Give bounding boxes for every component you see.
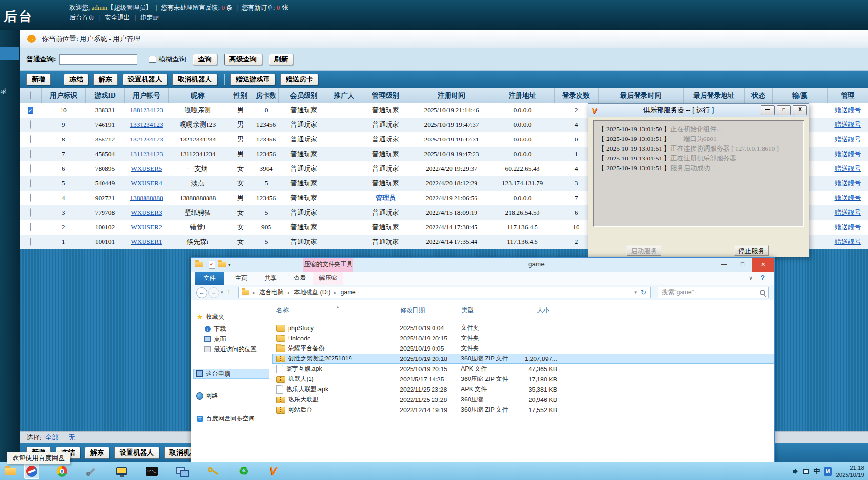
- explorer-titlebar[interactable]: ▾ 压缩的文件夹工具 game — □ ×: [191, 258, 774, 272]
- gift-account-link[interactable]: 赠送靓号: [835, 121, 861, 128]
- toolbar-button-赠送游戏币[interactable]: 赠送游戏币: [230, 74, 275, 85]
- dialog-minimize-button[interactable]: —: [761, 105, 775, 115]
- row-checkbox[interactable]: [30, 164, 31, 173]
- minimize-button[interactable]: —: [715, 258, 733, 272]
- gift-account-link[interactable]: 赠送靓号: [835, 180, 861, 187]
- toolbar-button-设置机器人[interactable]: 设置机器人: [114, 447, 159, 459]
- gift-account-link[interactable]: 赠送靓号: [835, 209, 861, 216]
- search-button-0[interactable]: 查询: [193, 54, 217, 65]
- row-checkbox[interactable]: [30, 150, 31, 158]
- row-checkbox[interactable]: ✓: [28, 107, 33, 114]
- tab-home[interactable]: 主页: [227, 272, 255, 285]
- tab-share[interactable]: 共享: [257, 272, 284, 285]
- select-none-link[interactable]: 无: [68, 433, 75, 442]
- user-account-link[interactable]: 1331234123: [130, 121, 163, 128]
- toolbar-button-新增[interactable]: 新增: [26, 74, 51, 85]
- user-account-link[interactable]: WXUSER3: [131, 209, 162, 216]
- network-icon[interactable]: [803, 469, 809, 474]
- file-row[interactable]: 网站后台2022/12/14 19:19360压缩 ZIP 文件17,552 K…: [272, 405, 774, 415]
- gift-account-link[interactable]: 赠送靓号: [835, 165, 861, 172]
- file-row[interactable]: 荣耀平台备份2025/10/19 0:05文件夹: [272, 343, 774, 354]
- chevron-down-icon[interactable]: ▾: [228, 262, 231, 267]
- taskbar-v5-server-icon[interactable]: V: [266, 464, 281, 479]
- file-row[interactable]: 熟乐大联盟2022/11/25 23:28360压缩20,946 KB: [272, 395, 774, 405]
- top-nav-link-0[interactable]: 后台首页: [69, 14, 95, 21]
- up-button[interactable]: ↑: [227, 288, 231, 295]
- toolbar-button-冻结[interactable]: 冻结: [64, 74, 88, 85]
- file-row[interactable]: 寰宇互娱.apk2025/10/19 20:15APK 文件47,365 KB: [272, 364, 774, 374]
- ime-indicator[interactable]: 中: [813, 467, 820, 476]
- user-account-link[interactable]: 1321234123: [130, 136, 163, 143]
- user-account-link[interactable]: WXUSER4: [131, 180, 162, 187]
- gift-account-link[interactable]: 赠送靓号: [835, 194, 861, 201]
- fuzzy-checkbox[interactable]: [149, 56, 156, 63]
- taskbar-chrome-icon[interactable]: [55, 464, 69, 479]
- row-checkbox[interactable]: [30, 194, 31, 202]
- maximize-button[interactable]: □: [733, 258, 752, 272]
- file-row[interactable]: phpStudy2025/10/19 0:04文件夹: [272, 323, 774, 333]
- dialog-titlebar[interactable]: V 俱乐部服务器 -- [ 运行 ] — □ X: [588, 104, 809, 117]
- taskbar-file-explorer-icon[interactable]: [3, 464, 18, 479]
- taskbar-key-icon[interactable]: [206, 464, 221, 479]
- close-button[interactable]: ×: [752, 258, 774, 272]
- column-name[interactable]: 名称: [272, 304, 396, 317]
- sidebar-item-下载[interactable]: ↓下载: [193, 324, 269, 334]
- taskbar-baidu-netdisk-icon[interactable]: [24, 464, 39, 479]
- toolbar-button-解东[interactable]: 解东: [93, 74, 118, 85]
- gift-account-link[interactable]: 赠送靓号: [835, 136, 861, 143]
- help-icon[interactable]: ?: [760, 274, 765, 281]
- search-input[interactable]: [59, 54, 137, 65]
- ribbon-expand-icon[interactable]: ∨: [749, 275, 753, 281]
- stop-service-button[interactable]: 停止服务: [734, 245, 769, 256]
- top-nav-link-1[interactable]: 安全退出: [105, 14, 130, 21]
- column-type[interactable]: 类型: [457, 304, 518, 317]
- sidebar-item-这台电脑[interactable]: 这台电脑: [193, 369, 269, 379]
- toolbar-button-设置机器人[interactable]: 设置机器人: [123, 74, 167, 85]
- sidebar-item-收藏夹[interactable]: ★收藏夹: [193, 312, 269, 321]
- sidebar-item-网络[interactable]: 网络: [193, 391, 269, 400]
- file-row[interactable]: Unicode2025/10/19 20:15文件夹: [272, 333, 774, 343]
- file-row[interactable]: 机器人(1)2021/5/17 14:25360压缩 ZIP 文件17,180 …: [272, 374, 774, 384]
- path-segment-1[interactable]: 本地磁盘 (D:): [294, 289, 330, 296]
- column-size[interactable]: 大小: [518, 304, 562, 317]
- properties-icon[interactable]: [209, 261, 215, 269]
- tab-file[interactable]: 文件: [195, 272, 224, 285]
- row-checkbox[interactable]: [30, 120, 31, 129]
- row-checkbox[interactable]: [30, 223, 31, 231]
- admin-level-link[interactable]: 管理员: [376, 194, 396, 201]
- select-all-link[interactable]: 全部: [45, 433, 59, 442]
- m-badge-icon[interactable]: M: [824, 467, 832, 476]
- toolbar-button-解东[interactable]: 解东: [85, 447, 109, 459]
- gift-account-link[interactable]: 赠送靓号: [835, 223, 861, 231]
- user-account-link[interactable]: WXUSER5: [131, 165, 162, 172]
- user-account-link[interactable]: WXUSER1: [131, 238, 162, 245]
- chevron-down-icon[interactable]: ▾: [634, 287, 637, 298]
- file-row[interactable]: 熟乐大联盟.apk2022/11/25 23:28APK 文件35,381 KB: [272, 384, 774, 395]
- gift-account-link[interactable]: 赠送靓号: [835, 150, 861, 158]
- select-all-checkbox[interactable]: [30, 91, 31, 100]
- sidebar-item-最近访问的位置[interactable]: 最近访问的位置: [193, 344, 269, 354]
- sidebar-item-桌面[interactable]: 桌面: [193, 334, 269, 344]
- volume-icon[interactable]: [793, 468, 799, 474]
- start-service-button[interactable]: 启动服务: [626, 245, 661, 256]
- gift-account-link[interactable]: 赠送靓号: [835, 238, 861, 245]
- tab-unzip[interactable]: 解压缩: [313, 272, 343, 285]
- user-account-link[interactable]: 1881234123: [130, 106, 163, 114]
- user-account-link[interactable]: WXUSER2: [131, 223, 162, 231]
- taskbar-tools-icon[interactable]: [84, 464, 99, 479]
- column-date[interactable]: 修改日期: [396, 304, 457, 317]
- row-checkbox[interactable]: [30, 208, 31, 217]
- dialog-close-button[interactable]: X: [793, 105, 807, 115]
- taskbar-recycle-icon[interactable]: ♻: [236, 464, 251, 479]
- row-checkbox[interactable]: [30, 179, 31, 187]
- gift-account-link[interactable]: 赠送靓号: [835, 106, 861, 114]
- clock[interactable]: 21:18 2025/10/19: [836, 464, 866, 478]
- row-checkbox[interactable]: [30, 238, 31, 246]
- top-nav-link-2[interactable]: 绑定IP: [140, 14, 159, 21]
- history-chevron-icon[interactable]: ▾: [221, 290, 223, 295]
- path-segment-0[interactable]: 这台电脑: [259, 289, 284, 296]
- toolbar-button-取消机器人[interactable]: 取消机器人: [172, 74, 217, 85]
- new-folder-icon[interactable]: [218, 262, 226, 267]
- sidebar-collapsed-item[interactable]: [0, 47, 19, 60]
- breadcrumb-path[interactable]: ▸这台电脑▸本地磁盘 (D:)▸game ▾ ↻: [238, 287, 651, 298]
